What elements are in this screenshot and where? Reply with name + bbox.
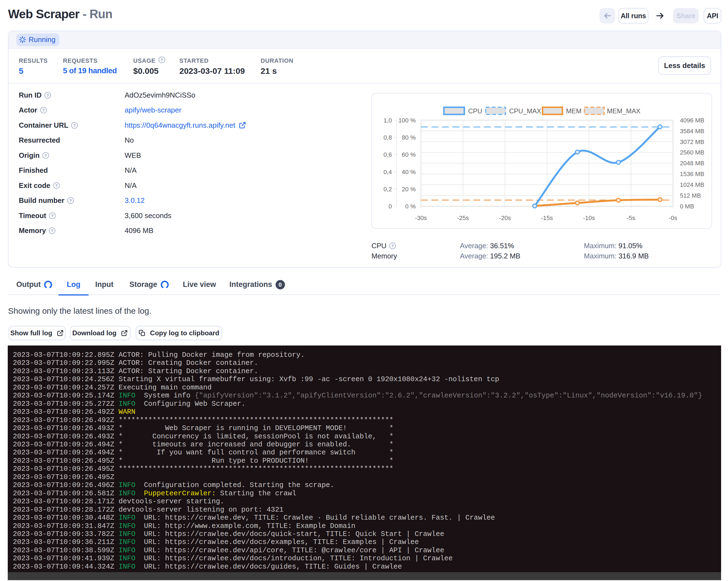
svg-text:40 %: 40 % (402, 168, 416, 176)
svg-text:4096 MB: 4096 MB (680, 117, 704, 124)
svg-text:?: ? (55, 184, 58, 188)
svg-text:?: ? (391, 244, 394, 248)
svg-text:CPU_MAX: CPU_MAX (509, 107, 541, 115)
svg-text:0,6: 0,6 (383, 152, 392, 158)
svg-text:2048 MB: 2048 MB (680, 160, 704, 167)
svg-text:0,8: 0,8 (383, 134, 392, 141)
svg-text:?: ? (47, 93, 49, 98)
svg-text:3072 MB: 3072 MB (680, 138, 704, 146)
svg-text:CPU: CPU (468, 107, 482, 115)
svg-text:MEM_MAX: MEM_MAX (607, 107, 641, 115)
svg-text:100 %: 100 % (398, 117, 416, 124)
svg-text:?: ? (69, 199, 72, 203)
svg-text:1536 MB: 1536 MB (680, 171, 704, 178)
svg-text:-20s: -20s (499, 214, 511, 221)
svg-text:0 %: 0 % (405, 203, 416, 210)
svg-text:-0s: -0s (669, 214, 677, 221)
svg-text:0 MB: 0 MB (680, 203, 694, 210)
svg-text:?: ? (45, 153, 47, 158)
svg-text:0,4: 0,4 (383, 168, 392, 176)
svg-text:-10s: -10s (583, 214, 595, 221)
svg-text:-25s: -25s (457, 214, 469, 221)
svg-text:1024 MB: 1024 MB (680, 182, 704, 188)
svg-text:2560 MB: 2560 MB (680, 149, 704, 156)
svg-text:?: ? (51, 214, 54, 218)
svg-text:60 %: 60 % (402, 152, 416, 158)
svg-text:512 MB: 512 MB (680, 192, 701, 199)
svg-text:?: ? (42, 108, 45, 112)
svg-text:1,0: 1,0 (383, 117, 392, 124)
svg-text:20 %: 20 % (402, 186, 416, 193)
svg-text:?: ? (73, 123, 76, 128)
svg-text:0: 0 (389, 203, 392, 210)
svg-text:MEM: MEM (566, 107, 581, 115)
svg-text:-15s: -15s (541, 214, 553, 221)
svg-text:80 %: 80 % (402, 134, 416, 141)
svg-text:?: ? (161, 58, 163, 62)
svg-text:0,2: 0,2 (383, 186, 392, 193)
svg-text:-5s: -5s (627, 214, 635, 221)
svg-text:?: ? (51, 229, 53, 233)
svg-text:-30s: -30s (415, 214, 427, 221)
svg-text:3584 MB: 3584 MB (680, 128, 704, 135)
